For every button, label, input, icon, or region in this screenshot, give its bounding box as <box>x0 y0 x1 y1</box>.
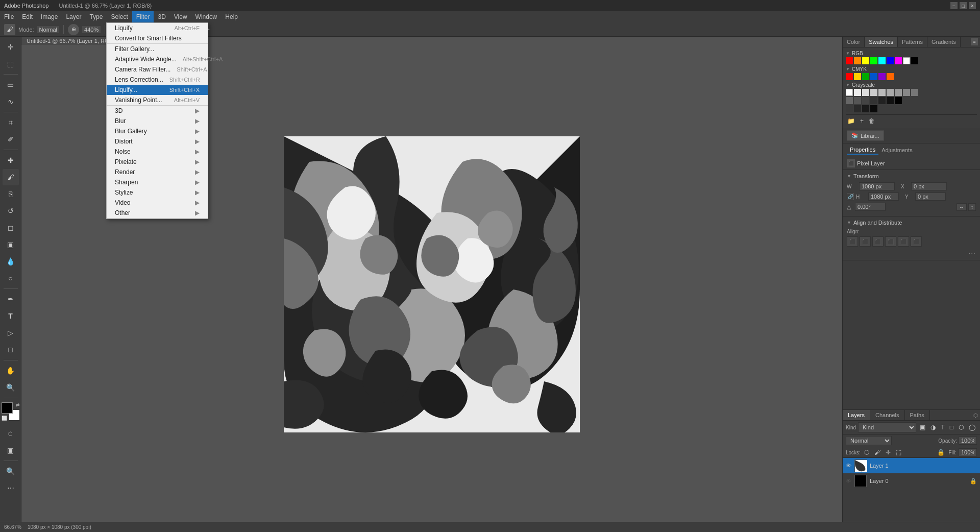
tab-swatches[interactable]: Swatches <box>865 37 898 47</box>
swatch-gray-10[interactable] <box>854 97 861 104</box>
layer-filter-toggle[interactable]: ◯ <box>967 423 977 431</box>
type-tool-button[interactable]: T <box>3 308 19 324</box>
menu-select[interactable]: Select <box>107 11 132 22</box>
search-button[interactable]: 🔍 <box>3 463 19 479</box>
swatch-gray-5[interactable] <box>887 89 894 96</box>
menu-window[interactable]: Window <box>191 11 222 22</box>
gradient-tool-button[interactable]: ▣ <box>3 236 19 253</box>
layer-smart-filter[interactable]: ⬡ <box>957 423 965 431</box>
layer1-visibility-icon[interactable]: 👁 <box>846 463 851 469</box>
swatch-blue[interactable] <box>887 57 894 64</box>
panel-collapse-arrow[interactable]: ≡ <box>971 38 978 45</box>
align-bottom-button[interactable]: ⬛ <box>911 236 922 247</box>
blend-mode-select[interactable]: Normal Dissolve Multiply Screen Overlay <box>846 436 892 445</box>
fill-input[interactable] <box>959 448 977 456</box>
swatch-cmyk-green[interactable] <box>862 73 869 80</box>
lock-transparent-button[interactable]: ⬡ <box>863 448 871 456</box>
h-input[interactable] <box>868 192 899 201</box>
swatch-gray-6[interactable] <box>895 89 902 96</box>
menu-edit[interactable]: Edit <box>18 11 37 22</box>
filter-menu-item-noise[interactable]: Noise ▶ <box>107 147 208 157</box>
filter-menu-item-vanishing[interactable]: Vanishing Point... Alt+Ctrl+V <box>107 95 208 105</box>
swatch-cmyk-red[interactable] <box>846 73 853 80</box>
swatch-gray-8[interactable] <box>911 89 918 96</box>
layers-panel-expand-button[interactable]: ⬡ <box>973 413 978 418</box>
swatch-gray-18[interactable] <box>862 105 869 112</box>
w-input[interactable] <box>859 182 895 190</box>
crop-tool-button[interactable]: ⌗ <box>3 114 19 131</box>
swatch-orange[interactable] <box>854 57 861 64</box>
chain-icon[interactable]: 🔗 <box>847 193 854 200</box>
tab-patterns[interactable]: Patterns <box>898 37 927 47</box>
minimize-button[interactable]: − <box>950 2 958 9</box>
history-tool-button[interactable]: ↺ <box>3 203 19 219</box>
tab-paths[interactable]: Paths <box>905 410 930 420</box>
filter-menu-item-gallery[interactable]: Filter Gallery... <box>107 44 208 54</box>
swatch-cmyk-orange[interactable] <box>887 73 894 80</box>
menu-view[interactable]: View <box>170 11 191 22</box>
lock-all-button[interactable]: 🔒 <box>936 448 946 456</box>
flip-v-button[interactable]: ↕ <box>968 203 976 211</box>
lock-artboard-button[interactable]: ⬚ <box>894 448 903 456</box>
swatch-group-rgb-header[interactable]: ▼ RGB <box>846 51 977 56</box>
lasso-tool-button[interactable]: ∿ <box>3 93 19 110</box>
filter-menu-item-adaptive[interactable]: Adaptive Wide Angle... Alt+Shift+Ctrl+A <box>107 54 208 64</box>
foreground-color[interactable] <box>2 402 13 414</box>
menu-layer[interactable]: Layer <box>62 11 85 22</box>
swatch-gray-19[interactable] <box>870 105 877 112</box>
delete-swatch-button[interactable]: 🗑 <box>867 117 876 125</box>
screen-mode-button[interactable]: ▣ <box>3 442 19 458</box>
swatch-group-grayscale-header[interactable]: ▼ Grayscale <box>846 82 977 88</box>
swatch-gray-2[interactable] <box>862 89 869 96</box>
swatch-gray-9[interactable] <box>846 97 853 104</box>
align-top-button[interactable]: ⬛ <box>885 236 896 247</box>
transform-header[interactable]: ▼ Transform <box>847 173 976 179</box>
swatch-black[interactable] <box>911 57 918 64</box>
brush-tool-button[interactable]: 🖌 <box>3 169 19 185</box>
marquee-tool-button[interactable]: ▭ <box>3 77 19 93</box>
swatch-gray-13[interactable] <box>878 97 886 104</box>
swatch-white[interactable] <box>903 57 910 64</box>
create-swatch-group-button[interactable]: 📁 <box>846 117 856 125</box>
layer-row-layer1[interactable]: 👁 Layer 1 <box>843 458 980 473</box>
align-distribute-header[interactable]: ▼ Align and Distribute <box>847 220 976 226</box>
filter-menu-item-stylize[interactable]: Stylize ▶ <box>107 187 208 198</box>
menu-image[interactable]: Image <box>37 11 62 22</box>
lock-image-button[interactable]: 🖌 <box>873 448 882 456</box>
clone-tool-button[interactable]: ⎘ <box>3 186 19 202</box>
filter-menu-item-video[interactable]: Video ▶ <box>107 198 208 208</box>
eyedropper-tool-button[interactable]: ✐ <box>3 131 19 148</box>
swap-colors-icon[interactable]: ⇄ <box>16 402 20 407</box>
tab-properties[interactable]: Properties <box>847 146 878 155</box>
blur-tool-button[interactable]: 💧 <box>3 253 19 270</box>
tab-adjustments[interactable]: Adjustments <box>878 146 916 154</box>
filter-menu-item-camera-raw[interactable]: Camera Raw Filter... Shift+Ctrl+A <box>107 64 208 75</box>
swatch-gray-11[interactable] <box>862 97 869 104</box>
swatch-gray-12[interactable] <box>870 97 877 104</box>
swatch-gray-16[interactable] <box>846 105 853 112</box>
close-button[interactable]: × <box>969 2 976 9</box>
menu-filter[interactable]: Filter <box>132 11 154 22</box>
y-input[interactable] <box>915 192 946 201</box>
filter-menu-item-convert-smart[interactable]: Convert for Smart Filters <box>107 33 208 43</box>
filter-menu-item-liquify[interactable]: Liquify... Shift+Ctrl+X <box>107 85 208 95</box>
healing-tool-button[interactable]: ✚ <box>3 152 19 168</box>
opacity-input[interactable] <box>959 437 977 445</box>
align-right-button[interactable]: ⬛ <box>872 236 884 247</box>
default-colors-icon[interactable]: ⬜ <box>2 416 7 421</box>
align-more-button[interactable]: ··· <box>968 249 976 257</box>
shape-tool-button[interactable]: □ <box>3 342 19 358</box>
swatch-green[interactable] <box>870 57 877 64</box>
dodge-tool-button[interactable]: ○ <box>3 270 19 286</box>
pen-tool-button[interactable]: ✒ <box>3 291 19 307</box>
menu-type[interactable]: Type <box>85 11 107 22</box>
swatch-cmyk-yellow[interactable] <box>854 73 861 80</box>
layer-adjustment-filter[interactable]: ◑ <box>929 423 937 431</box>
swatch-gray-15[interactable] <box>895 97 902 104</box>
menu-3d[interactable]: 3D <box>154 11 169 22</box>
swatch-gray-7[interactable] <box>903 89 910 96</box>
layer0-visibility-icon[interactable]: 👁 <box>846 478 851 484</box>
tab-layers[interactable]: Layers <box>843 410 870 420</box>
path-tool-button[interactable]: ▷ <box>3 325 19 341</box>
lock-position-button[interactable]: ✛ <box>884 448 892 456</box>
